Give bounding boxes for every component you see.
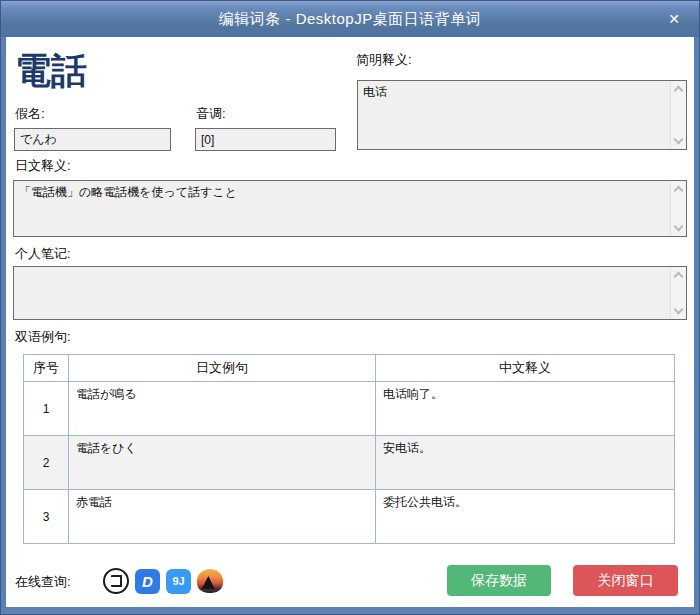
table-row: 3 赤電話 委托公共电话。 (24, 490, 675, 544)
edit-entry-dialog: 编辑词条 - DesktopJP桌面日语背单词 ✕ 電話 简明释义: 电话 假名… (0, 0, 700, 615)
pitch-label: 音调: (196, 105, 226, 123)
ko-glyph (111, 575, 122, 587)
online-lookup-label: 在线查询: (15, 573, 71, 591)
window-title: 编辑词条 - DesktopJP桌面日语背单词 (219, 10, 481, 29)
brief-definition-label: 简明释义: (356, 51, 412, 69)
kotobank-dict-icon[interactable] (103, 568, 129, 594)
jp-definition-textarea[interactable]: 「電話機」の略電話機を使って話すこと (13, 180, 687, 237)
chinese-meaning-cell[interactable]: 委托公共电话。 (376, 490, 675, 544)
chinese-meaning-cell[interactable]: 电话响了。 (376, 382, 675, 436)
jp-definition-wrap: 「電話機」の略電話機を使って話すこと (13, 180, 687, 237)
headword: 電話 (15, 49, 87, 92)
notes-wrap (13, 266, 687, 320)
japanese-example-cell[interactable]: 電話をひく (69, 436, 376, 490)
shark-fin-icon (202, 576, 218, 589)
table-header-row: 序号 日文例句 中文释义 (24, 355, 675, 382)
table-row: 1 電話が鳴る 电话响了。 (24, 382, 675, 436)
titlebar: 编辑词条 - DesktopJP桌面日语背单词 ✕ (1, 1, 699, 37)
chinese-meaning-cell[interactable]: 安电话。 (376, 436, 675, 490)
scroll-down-icon[interactable] (674, 135, 684, 145)
jp-definition-label: 日文释义: (15, 157, 71, 175)
examples-table: 序号 日文例句 中文释义 1 電話が鳴る 电话响了。 2 電話をひく 安电话。 … (23, 354, 675, 544)
shark-dict-icon[interactable] (197, 569, 223, 593)
scroll-up-icon[interactable] (674, 86, 684, 96)
scrollbar[interactable] (670, 81, 686, 149)
examples-label: 双语例句: (15, 328, 71, 346)
notes-label: 个人笔记: (15, 245, 71, 263)
scroll-down-icon[interactable] (674, 222, 684, 232)
goo-dict-icon[interactable]: 9J (166, 569, 191, 594)
kana-label: 假名: (15, 105, 45, 123)
dialog-body: 電話 简明释义: 电话 假名: 音调: 日文释义: 「電話機」の略電話機を使って… (6, 37, 694, 607)
row-index-cell[interactable]: 3 (24, 490, 69, 544)
scrollbar[interactable] (670, 267, 686, 319)
col-header-index: 序号 (24, 355, 69, 382)
scroll-up-icon[interactable] (674, 272, 684, 282)
online-lookup-icons: D 9J (103, 568, 223, 594)
pitch-input[interactable] (195, 128, 336, 151)
brief-definition-textarea[interactable]: 电话 (357, 80, 687, 150)
japanese-example-cell[interactable]: 電話が鳴る (69, 382, 376, 436)
col-header-chinese: 中文释义 (376, 355, 675, 382)
japanese-example-cell[interactable]: 赤電話 (69, 490, 376, 544)
close-window-button[interactable]: 关闭窗口 (573, 565, 678, 596)
scroll-up-icon[interactable] (674, 186, 684, 196)
notes-textarea[interactable] (13, 266, 687, 320)
kana-input[interactable] (14, 128, 171, 151)
brief-definition-wrap: 电话 (357, 80, 687, 150)
row-index-cell[interactable]: 2 (24, 436, 69, 490)
col-header-japanese: 日文例句 (69, 355, 376, 382)
row-index-cell[interactable]: 1 (24, 382, 69, 436)
table-row: 2 電話をひく 安电话。 (24, 436, 675, 490)
d-dict-icon[interactable]: D (135, 569, 160, 594)
save-button[interactable]: 保存数据 (447, 565, 551, 596)
scroll-down-icon[interactable] (674, 305, 684, 315)
scrollbar[interactable] (670, 181, 686, 236)
close-icon[interactable]: ✕ (663, 9, 685, 29)
